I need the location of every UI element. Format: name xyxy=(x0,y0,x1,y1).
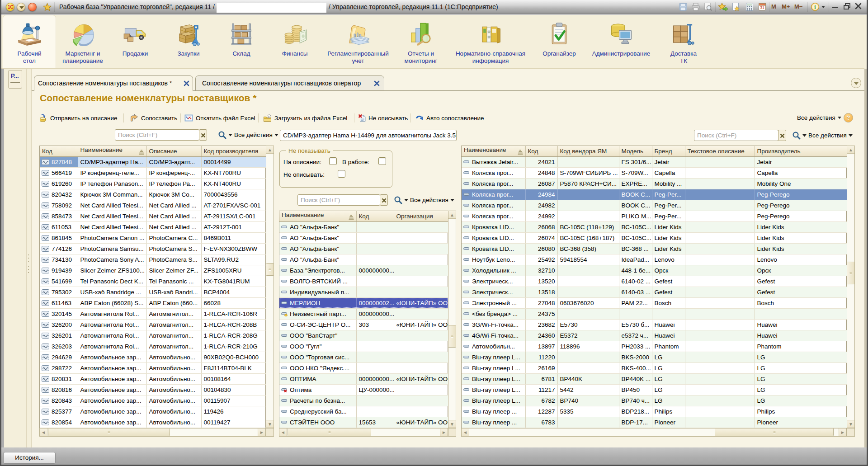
svg-text:31: 31 xyxy=(760,5,764,10)
